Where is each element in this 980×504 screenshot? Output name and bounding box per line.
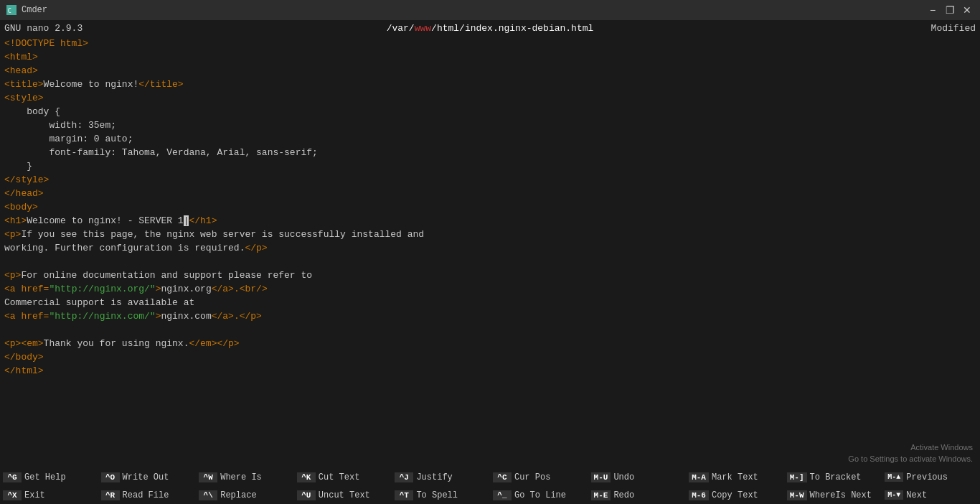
shortcut-key-cut-text: ^K bbox=[297, 472, 316, 482]
line-4: <title>Welcome to nginx!</title> bbox=[4, 78, 976, 92]
nano-version: GNU nano 2.9.3 bbox=[4, 23, 248, 34]
shortcut-copy-text: M-6 Copy Text bbox=[686, 486, 784, 504]
app-icon: C bbox=[6, 4, 17, 16]
shortcut-where-is: ^W Where Is bbox=[196, 468, 294, 486]
line-24: </body> bbox=[4, 351, 976, 365]
shortcut-row-2: ^X Exit ^R Read File ^\ Replace ^U Uncut… bbox=[0, 486, 980, 504]
shortcut-go-to-line: ^_ Go To Line bbox=[490, 486, 588, 504]
shortcut-key-copy-text: M-6 bbox=[689, 490, 709, 500]
shortcut-write-out: ^O Write Out bbox=[98, 468, 197, 486]
shortcut-label-read-file: Read File bbox=[123, 490, 169, 500]
shortcut-label-mark-text: Mark Text bbox=[712, 472, 758, 482]
shortcut-key-get-help: ^G bbox=[3, 472, 22, 482]
title-bar: C Cmder − ❐ ✕ bbox=[0, 0, 980, 20]
shortcut-key-cur-pos: ^C bbox=[493, 472, 512, 482]
shortcut-whereis-next: M-W WhereIs Next bbox=[784, 486, 882, 504]
shortcut-label-uncut-text: Uncut Text bbox=[319, 490, 370, 500]
shortcut-label-redo: Redo bbox=[613, 490, 634, 500]
shortcut-label-exit: Exit bbox=[24, 490, 45, 500]
line-3: <head> bbox=[4, 65, 976, 78]
shortcut-key-uncut-text: ^U bbox=[297, 490, 316, 500]
nano-header: GNU nano 2.9.3 /var/www/html/index.nginx… bbox=[0, 20, 980, 36]
line-22 bbox=[4, 324, 976, 337]
line-8: margin: 0 auto; bbox=[4, 133, 976, 146]
line-15: <p>If you see this page, the nginx web s… bbox=[4, 228, 976, 242]
nano-filepath: /var/www/html/index.nginx-debian.html bbox=[248, 23, 733, 34]
svg-text:C: C bbox=[8, 7, 11, 14]
shortcut-cut-text: ^K Cut Text bbox=[294, 468, 392, 486]
shortcut-key-previous: M-▲ bbox=[885, 472, 903, 482]
line-13: <body> bbox=[4, 201, 976, 215]
line-17 bbox=[4, 256, 976, 269]
shortcut-uncut-text: ^U Uncut Text bbox=[294, 486, 392, 504]
activate-windows-watermark: Activate Windows Go to Settings to activ… bbox=[848, 442, 973, 465]
shortcut-to-spell: ^T To Spell bbox=[392, 486, 490, 504]
shortcut-to-bracket: M-] To Bracket bbox=[784, 468, 882, 486]
shortcut-label-to-bracket: To Bracket bbox=[810, 472, 862, 482]
shortcut-key-next: M-▼ bbox=[885, 490, 903, 500]
shortcut-exit: ^X Exit bbox=[0, 486, 98, 504]
shortcut-get-help: ^G Get Help bbox=[0, 468, 98, 486]
shortcut-label-to-spell: To Spell bbox=[416, 490, 458, 500]
line-10: } bbox=[4, 160, 976, 174]
line-20: Commercial support is available at bbox=[4, 297, 976, 310]
shortcut-bar: ^G Get Help ^O Write Out ^W Where Is ^K … bbox=[0, 468, 980, 504]
shortcut-read-file: ^R Read File bbox=[98, 486, 197, 504]
line-21: <a href="http://nginx.com/">nginx.com</a… bbox=[4, 310, 976, 324]
nano-status: Modified bbox=[733, 23, 976, 34]
line-23: <p><em>Thank you for using nginx.</em></… bbox=[4, 337, 976, 351]
shortcut-label-cut-text: Cut Text bbox=[319, 472, 360, 482]
shortcut-key-redo: M-E bbox=[591, 490, 611, 500]
activate-line1: Activate Windows bbox=[848, 442, 973, 453]
shortcut-next: M-▼ Next bbox=[882, 486, 980, 504]
shortcut-label-previous: Previous bbox=[906, 472, 948, 482]
shortcut-label-undo: Undo bbox=[613, 472, 634, 482]
shortcut-label-write-out: Write Out bbox=[123, 472, 169, 482]
shortcut-key-to-spell: ^T bbox=[395, 490, 413, 500]
editor-area: <!DOCTYPE html> <html> <head> <title>Wel… bbox=[0, 36, 980, 468]
close-button[interactable]: ✕ bbox=[960, 3, 974, 17]
shortcut-cur-pos: ^C Cur Pos bbox=[490, 468, 588, 486]
line-7: width: 35em; bbox=[4, 119, 976, 133]
shortcut-redo: M-E Redo bbox=[588, 486, 687, 504]
line-25: </html> bbox=[4, 365, 976, 378]
shortcut-key-replace: ^\ bbox=[199, 490, 217, 500]
shortcut-key-justify: ^J bbox=[395, 472, 413, 482]
line-2: <html> bbox=[4, 51, 976, 65]
shortcut-mark-text: M-A Mark Text bbox=[686, 468, 784, 486]
shortcut-key-to-bracket: M-] bbox=[787, 472, 807, 482]
minimize-button[interactable]: − bbox=[925, 3, 940, 17]
shortcut-label-go-to-line: Go To Line bbox=[514, 490, 566, 500]
shortcut-key-read-file: ^R bbox=[101, 490, 120, 500]
shortcut-key-go-to-line: ^_ bbox=[493, 490, 512, 500]
shortcut-key-mark-text: M-A bbox=[689, 472, 709, 482]
shortcut-key-write-out: ^O bbox=[101, 472, 120, 482]
shortcut-row-1: ^G Get Help ^O Write Out ^W Where Is ^K … bbox=[0, 468, 980, 486]
line-9: font-family: Tahoma, Verdana, Arial, san… bbox=[4, 146, 976, 160]
line-5: <style> bbox=[4, 92, 976, 106]
shortcut-label-replace: Replace bbox=[220, 490, 256, 500]
line-11: </style> bbox=[4, 174, 976, 187]
shortcut-justify: ^J Justify bbox=[392, 468, 490, 486]
line-12: </head> bbox=[4, 187, 976, 201]
path-white: /var/www/html/index.nginx-debian.html bbox=[387, 23, 594, 34]
line-19: <a href="http://nginx.org/">nginx.org</a… bbox=[4, 283, 976, 297]
line-6: body { bbox=[4, 106, 976, 119]
shortcut-label-where-is: Where Is bbox=[220, 472, 262, 482]
shortcut-label-justify: Justify bbox=[416, 472, 452, 482]
maximize-button[interactable]: ❐ bbox=[943, 3, 957, 17]
shortcut-replace: ^\ Replace bbox=[196, 486, 294, 504]
shortcut-label-next: Next bbox=[906, 490, 927, 500]
shortcut-label-copy-text: Copy Text bbox=[712, 490, 758, 500]
shortcut-undo: M-U Undo bbox=[588, 468, 687, 486]
activate-line2: Go to Settings to activate Windows. bbox=[848, 454, 973, 465]
shortcut-previous: M-▲ Previous bbox=[882, 468, 980, 486]
shortcut-label-whereis-next: WhereIs Next bbox=[810, 490, 872, 500]
window-controls: − ❐ ✕ bbox=[925, 3, 974, 17]
shortcut-label-cur-pos: Cur Pos bbox=[514, 472, 550, 482]
shortcut-key-whereis-next: M-W bbox=[787, 490, 807, 500]
line-16: working. Further configuration is requir… bbox=[4, 242, 976, 256]
shortcut-key-exit: ^X bbox=[3, 490, 22, 500]
line-18: <p>For online documentation and support … bbox=[4, 269, 976, 283]
line-14: <h1>Welcome to nginx! - SERVER 1|</h1> bbox=[4, 215, 976, 228]
